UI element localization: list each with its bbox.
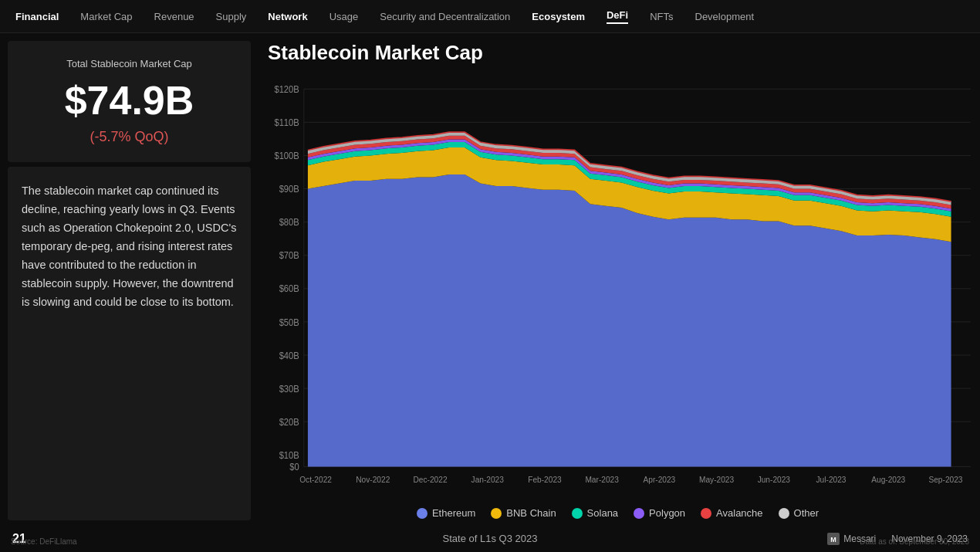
legend-item-bnb: BNB Chain [491, 507, 556, 519]
legend-item-polygon: Polygon [634, 507, 685, 519]
chart-title: Stablecoin Market Cap [265, 41, 971, 65]
svg-text:May-2023: May-2023 [699, 475, 734, 485]
svg-text:$20B: $20B [279, 416, 299, 428]
footer-data-as-of: Data as of: September 30, 2023 [860, 537, 969, 546]
svg-text:$50B: $50B [279, 317, 299, 328]
page-label: State of L1s Q3 2023 [443, 533, 538, 544]
legend-item-solana: Solana [572, 507, 618, 519]
stat-change: (-5.7% QoQ) [23, 129, 235, 145]
legend-item-ethereum: Ethereum [417, 507, 475, 519]
svg-text:M: M [831, 536, 837, 544]
svg-text:$60B: $60B [279, 283, 299, 295]
other-dot [779, 508, 789, 519]
svg-text:Apr-2023: Apr-2023 [643, 475, 675, 485]
nav-item-revenue[interactable]: Revenue [154, 11, 194, 22]
svg-text:$70B: $70B [279, 250, 299, 262]
svg-text:$90B: $90B [279, 183, 299, 195]
legend-label-bnb: BNB Chain [506, 507, 556, 519]
avalanche-dot [701, 508, 711, 519]
chart-container: $120B $110B $100B $90B $80B $70B $60B $5… [265, 71, 971, 503]
svg-text:Jun-2023: Jun-2023 [758, 475, 790, 485]
legend-label-ethereum: Ethereum [432, 507, 475, 519]
svg-text:$100B: $100B [274, 150, 299, 161]
svg-text:$120B: $120B [274, 83, 299, 95]
legend-item-other: Other [779, 507, 819, 519]
nav-item-security[interactable]: Security and Decentralization [380, 11, 510, 22]
bnb-dot [491, 508, 502, 519]
svg-text:Mar-2023: Mar-2023 [585, 475, 618, 485]
bottom-bar: 21 State of L1s Q3 2023 M Messari Novemb… [0, 525, 980, 552]
ethereum-dot [417, 508, 427, 519]
chart-svg: $120B $110B $100B $90B $80B $70B $60B $5… [265, 71, 971, 503]
svg-text:$110B: $110B [274, 117, 299, 128]
nav-item-network[interactable]: Network [268, 11, 307, 22]
svg-text:Oct-2022: Oct-2022 [299, 475, 332, 485]
svg-text:Jul-2023: Jul-2023 [816, 475, 847, 485]
svg-text:Feb-2023: Feb-2023 [528, 475, 561, 485]
nav-item-marketcap[interactable]: Market Cap [80, 11, 132, 22]
legend-item-avalanche: Avalanche [701, 507, 762, 519]
footer-source: Source: DeFiLlama [11, 537, 77, 546]
stat-box: Total Stablecoin Market Cap $74.9B (-5.7… [8, 41, 251, 162]
nav-bar: Financial Market Cap Revenue Supply Netw… [0, 0, 980, 33]
legend-label-solana: Solana [587, 507, 618, 519]
nav-item-nfts[interactable]: NFTs [650, 11, 673, 22]
stat-value: $74.9B [23, 79, 235, 123]
svg-text:$30B: $30B [279, 383, 299, 395]
nav-item-defi[interactable]: DeFi [607, 9, 628, 24]
stat-title: Total Stablecoin Market Cap [23, 58, 235, 69]
polygon-dot [634, 508, 644, 519]
svg-text:Dec-2022: Dec-2022 [413, 475, 447, 485]
chart-panel: Stablecoin Market Cap [259, 33, 980, 525]
svg-text:Sep-2023: Sep-2023 [928, 475, 962, 485]
svg-text:Aug-2023: Aug-2023 [871, 475, 905, 485]
solana-dot [572, 508, 583, 519]
nav-item-usage[interactable]: Usage [329, 11, 359, 22]
svg-text:$0: $0 [289, 461, 299, 472]
main-content: Total Stablecoin Market Cap $74.9B (-5.7… [0, 33, 980, 525]
svg-text:$80B: $80B [279, 217, 299, 229]
messari-icon: M [827, 533, 840, 545]
svg-text:$10B: $10B [279, 449, 299, 461]
svg-text:Jan-2023: Jan-2023 [471, 475, 504, 485]
svg-text:$40B: $40B [279, 350, 299, 361]
nav-item-ecosystem[interactable]: Ecosystem [532, 11, 585, 22]
legend: Ethereum BNB Chain Solana Polygon Avalan… [265, 503, 971, 520]
nav-item-development[interactable]: Development [695, 11, 755, 22]
legend-label-polygon: Polygon [649, 507, 685, 519]
legend-label-other: Other [794, 507, 819, 519]
legend-label-avalanche: Avalanche [716, 507, 762, 519]
svg-text:Nov-2022: Nov-2022 [356, 475, 390, 485]
nav-item-supply[interactable]: Supply [216, 11, 247, 22]
left-panel: Total Stablecoin Market Cap $74.9B (-5.7… [0, 33, 259, 525]
nav-item-financial[interactable]: Financial [15, 11, 59, 22]
description-text: The stablecoin market cap continued its … [22, 182, 237, 311]
description-box: The stablecoin market cap continued its … [8, 167, 251, 520]
